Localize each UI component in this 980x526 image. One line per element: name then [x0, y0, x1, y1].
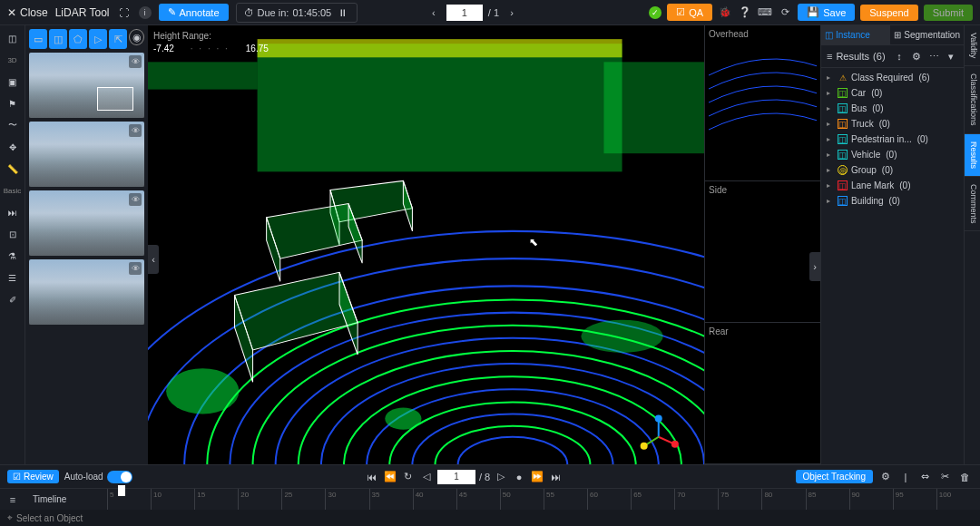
collapse-left-icon[interactable]: ‹ — [148, 245, 159, 274]
record-icon[interactable]: ◉ — [129, 29, 144, 45]
camera-thumb-4[interactable]: 👁 — [29, 259, 144, 325]
help-icon[interactable]: ❔ — [738, 5, 752, 20]
submit-button[interactable]: Submit — [924, 5, 973, 21]
fullscreen-icon[interactable]: ⛶ — [117, 5, 132, 20]
path-tool[interactable]: 〜 — [4, 116, 22, 134]
timeline-menu-icon[interactable]: ≡ — [0, 494, 25, 505]
vtab-results[interactable]: Results — [965, 134, 980, 177]
pause-icon[interactable]: ⏸ — [335, 5, 349, 20]
align-icon[interactable]: ⇔ — [918, 470, 933, 484]
vtab-comments[interactable]: Comments — [965, 177, 980, 232]
vtab-classifications[interactable]: Classifications — [965, 66, 980, 134]
save-icon: 💾 — [807, 6, 819, 18]
sort-icon[interactable]: ↕ — [893, 49, 906, 63]
play-icon[interactable]: ● — [512, 470, 526, 484]
close-button[interactable]: ✕ Close — [7, 6, 48, 19]
autoload-toggle[interactable]: Auto-load — [64, 471, 132, 483]
result-item[interactable]: ▸ ◫ Building (0) — [821, 193, 964, 209]
timeline-tick: 40 — [413, 489, 456, 510]
result-item[interactable]: ▸ ◫ Truck (0) — [821, 116, 964, 132]
tab-segmentation[interactable]: ⊞ Segmentation — [890, 25, 964, 44]
step-fwd-icon[interactable]: ▷ — [494, 470, 508, 484]
fastfwd-icon[interactable]: ⏩ — [530, 470, 544, 484]
result-item[interactable]: ▸ ◎ Group (0) — [821, 162, 964, 178]
camera-thumb-1[interactable]: 👁 — [29, 53, 144, 118]
chevron-down-icon[interactable]: ▾ — [945, 49, 958, 63]
more-icon[interactable]: ⋯ — [927, 49, 941, 63]
info-icon[interactable]: i — [139, 6, 152, 19]
skip-tool[interactable]: ⏭ — [4, 203, 22, 221]
timeline-track[interactable]: 5101520253035404550556065707580859095100 — [107, 489, 980, 510]
eye-icon[interactable]: 👁 — [129, 193, 142, 206]
svg-rect-17 — [148, 62, 258, 89]
scissors-icon[interactable]: ✂ — [938, 470, 953, 484]
rect-tool[interactable]: ▭ — [29, 29, 47, 49]
move-tool[interactable]: ✥ — [4, 138, 22, 156]
suspend-button[interactable]: Suspend — [860, 5, 917, 21]
gear-icon[interactable]: ⚙ — [878, 470, 893, 484]
cube-3d-tool[interactable]: ◫ — [4, 29, 22, 47]
toggle-switch[interactable] — [107, 471, 132, 483]
3d-label: 3D — [4, 51, 22, 69]
ruler-tool[interactable]: 📏 — [4, 160, 22, 178]
annotate-button[interactable]: ✎ Annotate — [159, 4, 229, 21]
layers-tool[interactable]: ☰ — [4, 268, 22, 287]
nav-tool[interactable]: ⇱ — [109, 29, 127, 49]
brush-tool[interactable]: ✐ — [4, 290, 22, 308]
result-item[interactable]: ▸ ◫ Pedestrian in... (0) — [821, 132, 964, 147]
close-label: Close — [20, 6, 48, 19]
playhead[interactable] — [118, 485, 125, 496]
height-range-values: -7.42 · · · · · 16.75 — [153, 44, 269, 54]
rear-view[interactable]: Rear — [705, 323, 820, 464]
pager-input[interactable] — [446, 5, 483, 21]
tick-label: 85 — [808, 491, 817, 499]
tab-instance[interactable]: ◫ Instance — [821, 25, 890, 44]
lidar-viewport[interactable]: Height Range: -7.42 · · · · · 16.75 ‹ — [148, 25, 704, 464]
eye-icon[interactable]: 👁 — [129, 124, 142, 137]
save-button[interactable]: 💾 Save — [798, 4, 855, 21]
trash-icon[interactable]: 🗑 — [958, 470, 973, 484]
overhead-view[interactable]: Overhead — [705, 25, 820, 181]
eye-icon[interactable]: 👁 — [129, 55, 142, 68]
refresh-icon[interactable]: ⟳ — [778, 5, 792, 20]
flag-tool[interactable]: ⚑ — [4, 94, 22, 112]
item-count: (0) — [882, 165, 893, 175]
review-button[interactable]: ☑ Review — [7, 470, 59, 483]
camera-thumb-3[interactable]: 👁 — [29, 190, 144, 256]
skip-end-icon[interactable]: ⏭ — [548, 470, 563, 484]
pager-next-icon[interactable]: › — [505, 5, 519, 20]
pager-prev-icon[interactable]: ‹ — [426, 5, 441, 20]
poly-tool[interactable]: ⬠ — [69, 29, 87, 49]
skip-start-icon[interactable]: ⏮ — [365, 470, 379, 484]
rewind-icon[interactable]: ⏪ — [383, 470, 397, 484]
filter-tool[interactable]: ⚗ — [4, 247, 22, 265]
filter-icon[interactable]: ⚙ — [910, 49, 924, 63]
camera-thumb-2[interactable]: 👁 — [29, 122, 144, 187]
result-item[interactable]: ▸ ⚠ Class Required (6) — [821, 70, 964, 85]
result-item[interactable]: ▸ ◫ Car (0) — [821, 85, 964, 101]
result-item[interactable]: ▸ ◫ Bus (0) — [821, 101, 964, 116]
vtab-validity[interactable]: Validity — [965, 25, 980, 66]
pager: ‹ / 1 › — [426, 5, 519, 21]
side-view[interactable]: Side › — [705, 181, 820, 323]
ai-tool[interactable]: ▣ — [4, 73, 22, 91]
category-icon: ◫ — [838, 196, 848, 206]
collapse-right-icon[interactable]: › — [809, 252, 820, 281]
height-slider[interactable]: · · · · · — [191, 44, 230, 54]
cube-tool[interactable]: ◫ — [49, 29, 67, 49]
tick-label: 30 — [328, 491, 336, 499]
bug-icon[interactable]: 🐞 — [718, 5, 732, 20]
play-tool[interactable]: ▷ — [89, 29, 107, 49]
shortcut-icon[interactable]: ⌨ — [758, 5, 772, 20]
caret-icon: ▸ — [827, 151, 834, 159]
result-item[interactable]: ▸ ◫ Lane Mark (0) — [821, 178, 964, 193]
eye-icon[interactable]: 👁 — [129, 262, 142, 275]
result-item[interactable]: ▸ ◫ Vehicle (0) — [821, 147, 964, 162]
object-tracking-button[interactable]: Object Tracking — [796, 470, 873, 483]
frame-input[interactable] — [437, 470, 475, 484]
overhead-label: Overhead — [709, 29, 817, 39]
refresh-icon[interactable]: ↻ — [401, 470, 416, 484]
crop-tool[interactable]: ⊡ — [4, 225, 22, 243]
step-back-icon[interactable]: ◁ — [419, 470, 434, 484]
qa-button[interactable]: ☑ QA — [667, 4, 712, 21]
